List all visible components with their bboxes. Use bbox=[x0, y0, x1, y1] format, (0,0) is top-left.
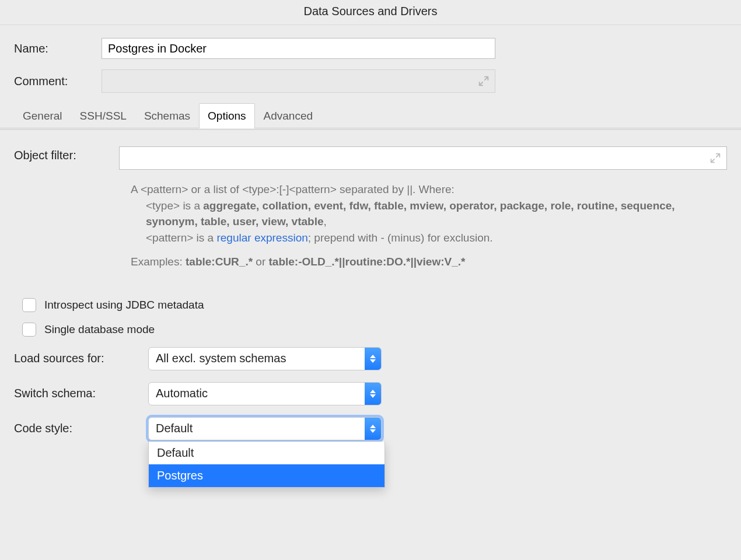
code-style-select[interactable]: Default bbox=[148, 417, 382, 440]
tab-ssh-ssl[interactable]: SSH/SSL bbox=[71, 103, 135, 128]
load-sources-label: Load sources for: bbox=[14, 352, 148, 365]
code-style-label: Code style: bbox=[14, 422, 148, 435]
single-db-label: Single database mode bbox=[44, 323, 155, 336]
introspect-jdbc-checkbox[interactable] bbox=[22, 298, 36, 312]
comment-label: Comment: bbox=[14, 75, 102, 88]
object-filter-help: A <pattern> or a list of <type>:[-]<patt… bbox=[119, 174, 727, 272]
code-style-option-postgres[interactable]: Postgres bbox=[149, 464, 385, 487]
window-title: Data Sources and Drivers bbox=[0, 0, 741, 24]
expand-icon[interactable] bbox=[709, 152, 722, 164]
chevron-updown-icon bbox=[365, 383, 381, 405]
comment-input[interactable] bbox=[102, 69, 495, 93]
code-style-dropdown: Default Postgres bbox=[148, 442, 385, 488]
object-filter-label: Object filter: bbox=[14, 146, 119, 162]
tab-options[interactable]: Options bbox=[199, 103, 254, 128]
tab-advanced[interactable]: Advanced bbox=[255, 103, 322, 128]
load-sources-select[interactable]: All excl. system schemas bbox=[148, 347, 382, 370]
switch-schema-label: Switch schema: bbox=[14, 387, 148, 400]
name-input[interactable] bbox=[102, 38, 495, 59]
tab-general[interactable]: General bbox=[14, 103, 71, 128]
chevron-updown-icon bbox=[365, 348, 381, 370]
expand-icon[interactable] bbox=[477, 75, 490, 88]
tab-schemas[interactable]: Schemas bbox=[135, 103, 199, 128]
chevron-updown-icon bbox=[365, 418, 381, 440]
name-label: Name: bbox=[14, 42, 102, 55]
single-db-checkbox[interactable] bbox=[22, 323, 36, 337]
introspect-jdbc-label: Introspect using JDBC metadata bbox=[44, 299, 204, 312]
regex-link[interactable]: regular expression bbox=[216, 232, 307, 244]
tab-bar: General SSH/SSL Schemas Options Advanced bbox=[0, 103, 741, 128]
code-style-option-default[interactable]: Default bbox=[149, 442, 385, 464]
switch-schema-select[interactable]: Automatic bbox=[148, 382, 382, 405]
object-filter-input[interactable] bbox=[119, 146, 727, 170]
